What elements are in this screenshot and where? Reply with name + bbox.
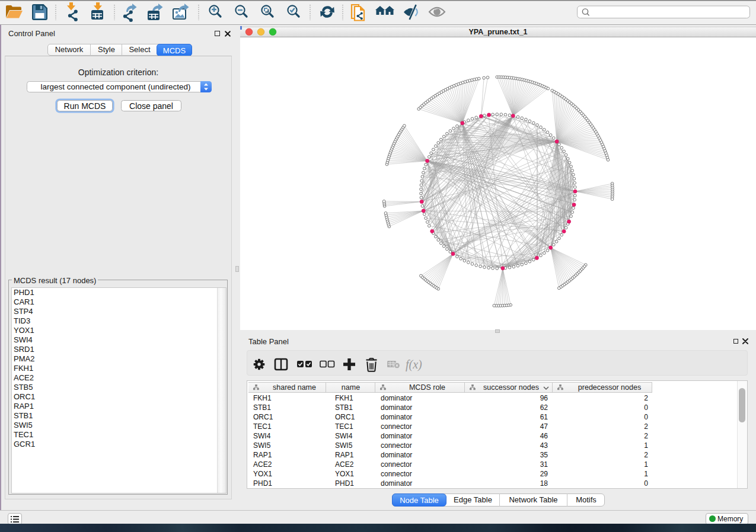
svg-text:f(x): f(x) <box>406 358 422 371</box>
